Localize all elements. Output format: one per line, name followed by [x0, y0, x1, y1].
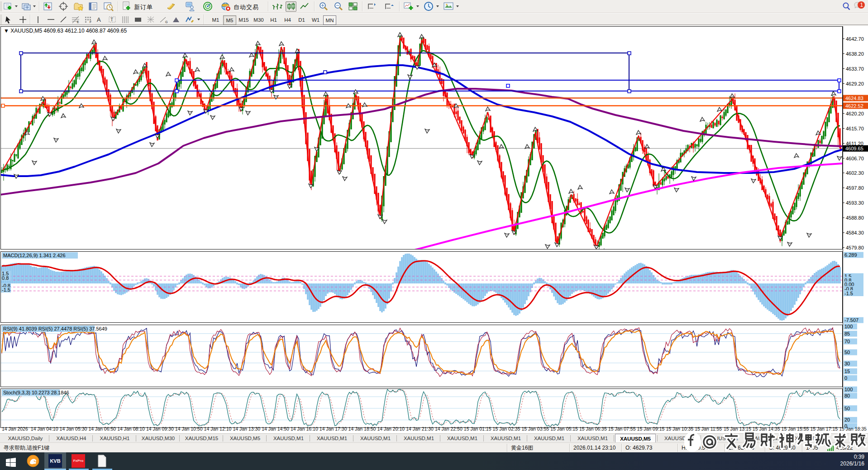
svg-text:4606.70: 4606.70 — [846, 156, 864, 161]
svg-text:4642.70: 4642.70 — [846, 36, 864, 42]
svg-text:85: 85 — [844, 331, 850, 336]
svg-text:14 Jan 20:10: 14 Jan 20:10 — [377, 426, 405, 432]
svg-text:20: 20 — [844, 417, 850, 422]
svg-text:RSI(9) 41.8039 RSI(5) 27.4478: RSI(9) 41.8039 RSI(5) 27.4478 RSI(5) 37.… — [3, 326, 107, 331]
svg-text:14 Jan 13:30: 14 Jan 13:30 — [233, 426, 260, 432]
svg-text:-1.5: -1.5 — [844, 291, 853, 296]
svg-text:4615.70: 4615.70 — [846, 126, 864, 131]
svg-text:14 Jan 21:30: 14 Jan 21:30 — [406, 426, 434, 432]
svg-text:15: 15 — [844, 369, 850, 374]
svg-text:15 Jan 09:15: 15 Jan 09:15 — [637, 426, 665, 432]
svg-text:14 Jan 10:50: 14 Jan 10:50 — [175, 426, 203, 432]
svg-text:15 Jan 07:55: 15 Jan 07:55 — [608, 426, 636, 432]
svg-text:4624.83: 4624.83 — [845, 96, 863, 101]
svg-text:6.289: 6.289 — [844, 252, 857, 258]
svg-text:14 Jan 09:30: 14 Jan 09:30 — [146, 426, 174, 432]
svg-text:14 Jan 22:50: 14 Jan 22:50 — [435, 426, 463, 432]
svg-text:4633.70: 4633.70 — [846, 66, 864, 72]
svg-text:14 Jan 08:10: 14 Jan 08:10 — [117, 426, 145, 432]
svg-text:100: 100 — [844, 324, 853, 329]
svg-text:14 Jan 06:50: 14 Jan 06:50 — [88, 426, 116, 432]
svg-text:50: 50 — [844, 350, 850, 355]
svg-text:4622.52: 4622.52 — [845, 103, 863, 109]
svg-text:100: 100 — [844, 387, 853, 392]
svg-text:4579.80: 4579.80 — [846, 245, 864, 250]
svg-text:15 Jan 03:55: 15 Jan 03:55 — [521, 426, 549, 432]
svg-text:30: 30 — [844, 361, 850, 366]
svg-text:4620.20: 4620.20 — [846, 111, 864, 116]
svg-text:-7.507: -7.507 — [844, 317, 858, 323]
svg-text:Stoch(9,3,3) 10.2273 28.1846: Stoch(9,3,3) 10.2273 28.1846 — [3, 390, 69, 395]
svg-text:4638.20: 4638.20 — [846, 51, 864, 57]
svg-text:14 Jan 16:10: 14 Jan 16:10 — [291, 426, 318, 432]
svg-text:14 Jan 18:50: 14 Jan 18:50 — [348, 426, 376, 432]
svg-text:15 Jan 02:35: 15 Jan 02:35 — [493, 426, 520, 432]
svg-text:4597.80: 4597.80 — [846, 185, 864, 191]
svg-text:4609.65: 4609.65 — [845, 146, 863, 151]
svg-text:80: 80 — [844, 393, 850, 398]
svg-text:15 Jan 06:35: 15 Jan 06:35 — [579, 426, 607, 432]
svg-text:70: 70 — [844, 339, 850, 344]
svg-text:-1.5: -1.5 — [2, 287, 10, 293]
svg-text:15 Jan 01:15: 15 Jan 01:15 — [464, 426, 491, 432]
svg-text:4602.30: 4602.30 — [846, 170, 864, 176]
svg-text:14 Jan 2026: 14 Jan 2026 — [2, 426, 28, 432]
svg-text:14 Jan 12:10: 14 Jan 12:10 — [204, 426, 232, 432]
svg-text:50: 50 — [844, 406, 850, 411]
svg-text:4629.20: 4629.20 — [846, 81, 864, 86]
svg-text:4588.80: 4588.80 — [846, 215, 864, 221]
svg-text:14 Jan 17:30: 14 Jan 17:30 — [320, 426, 347, 432]
svg-text:4611.20: 4611.20 — [846, 141, 863, 146]
svg-text:15 Jan 05:15: 15 Jan 05:15 — [550, 426, 578, 432]
svg-text:4593.30: 4593.30 — [846, 200, 864, 206]
svg-text:0: 0 — [844, 375, 847, 381]
svg-text:▼ XAUUSD,M5 4609.63 4612.10 4: ▼ XAUUSD,M5 4609.63 4612.10 4608.87 4609… — [4, 28, 127, 34]
svg-text:14 Jan 04:10: 14 Jan 04:10 — [31, 426, 58, 432]
svg-text:14 Jan 05:30: 14 Jan 05:30 — [60, 426, 87, 432]
svg-text:14 Jan 14:50: 14 Jan 14:50 — [262, 426, 289, 432]
svg-text:0.8: 0.8 — [2, 275, 9, 281]
svg-text:4584.30: 4584.30 — [846, 230, 864, 235]
svg-text:MACD(12,26,9) 1.341 2.426: MACD(12,26,9) 1.341 2.426 — [3, 253, 66, 258]
